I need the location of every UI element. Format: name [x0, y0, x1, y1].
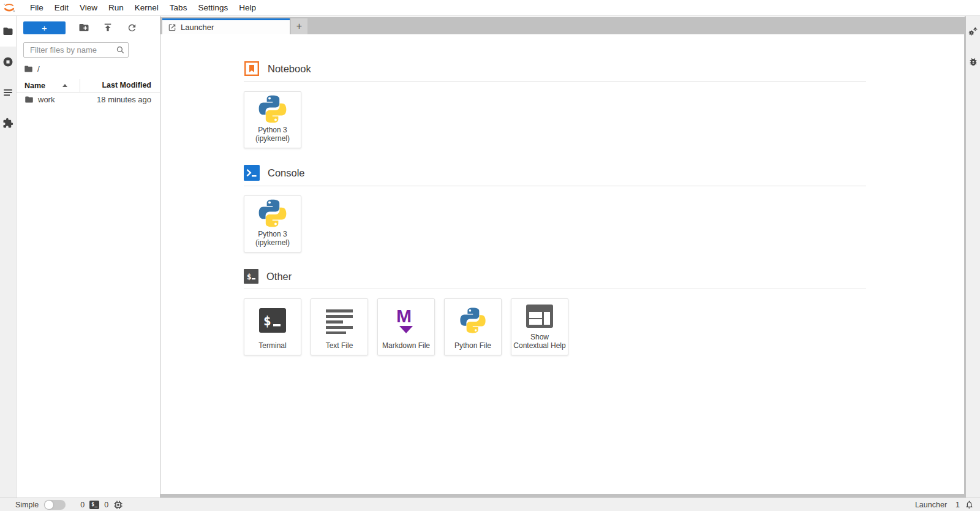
- sidebar-tab-running[interactable]: [0, 47, 16, 77]
- card-label: Terminal: [258, 342, 286, 355]
- upload-icon: [102, 22, 113, 33]
- running-sessions-status[interactable]: 0 $_ 0: [80, 500, 123, 510]
- sidebar-tab-property-inspector[interactable]: [966, 16, 980, 47]
- python-logo-icon: [244, 196, 301, 230]
- file-browser-toolbar: +: [17, 16, 160, 34]
- card-label: Python 3 (ipykernel): [255, 230, 290, 252]
- search-icon: [115, 45, 126, 58]
- extension-puzzle-icon: [2, 118, 13, 129]
- card-label: Python 3 (ipykernel): [255, 126, 290, 148]
- file-name: work: [38, 95, 97, 104]
- sidebar-tab-table-of-contents[interactable]: [0, 77, 16, 108]
- status-bar: Simple 0 $_ 0 Launcher: [0, 498, 980, 511]
- launcher-section-console: Console Python 3 (ipykerne: [244, 165, 866, 252]
- launcher-card-text-file[interactable]: Text File: [311, 298, 368, 355]
- simple-mode-toggle[interactable]: [44, 500, 66, 510]
- svg-text:$: $: [263, 314, 271, 328]
- text-file-icon: [311, 299, 368, 342]
- launcher-tab-icon: [168, 23, 176, 32]
- filter-files-box: [23, 42, 129, 58]
- bell-icon: [965, 500, 974, 509]
- menu-items: File Edit View Run Kernel Tabs Settings …: [24, 0, 262, 15]
- section-divider: [244, 81, 866, 82]
- file-browser-panel: + / Name: [17, 16, 160, 498]
- terminal-section-icon: $: [244, 269, 258, 284]
- column-header-last-modified[interactable]: Last Modified: [80, 79, 160, 92]
- menu-kernel[interactable]: Kernel: [129, 0, 164, 15]
- sidebar-tab-file-browser[interactable]: [0, 16, 16, 47]
- breadcrumb-home-icon[interactable]: [24, 64, 33, 74]
- svg-text:$: $: [247, 272, 252, 281]
- kernels-count: 0: [104, 501, 108, 509]
- sidebar-tab-debugger[interactable]: [966, 47, 980, 77]
- table-of-contents-icon: [2, 87, 13, 98]
- jupyterlab-window: File Edit View Run Kernel Tabs Settings …: [0, 0, 980, 511]
- launcher-card-console-python3[interactable]: Python 3 (ipykernel): [244, 195, 301, 252]
- folder-icon: [24, 95, 34, 104]
- new-launcher-button[interactable]: +: [23, 21, 66, 34]
- launcher-card-markdown-file[interactable]: M Markdown File: [377, 298, 435, 355]
- section-title-notebook: Notebook: [268, 63, 311, 75]
- card-label: Python File: [454, 342, 491, 355]
- card-label: Show Contextual Help: [513, 333, 565, 355]
- launcher-section-notebook: Notebook Python 3 (ipykern: [244, 61, 866, 148]
- notifications-status[interactable]: 1: [956, 500, 974, 509]
- new-tab-button[interactable]: +: [291, 18, 307, 34]
- gears-icon: [968, 26, 978, 37]
- new-folder-icon: [78, 22, 89, 33]
- left-activity-bar: [0, 16, 17, 498]
- menu-tabs[interactable]: Tabs: [164, 0, 193, 15]
- menu-run[interactable]: Run: [103, 0, 129, 15]
- launcher-card-notebook-python3[interactable]: Python 3 (ipykernel): [244, 91, 301, 148]
- tab-launcher[interactable]: Launcher: [162, 18, 290, 34]
- running-sessions-icon: [2, 56, 13, 67]
- menu-help[interactable]: Help: [233, 0, 262, 15]
- launcher-card-show-contextual-help[interactable]: Show Contextual Help: [511, 298, 568, 355]
- file-list-header: Name Last Modified: [17, 79, 160, 93]
- tab-bar: Launcher +: [160, 17, 964, 34]
- menu-view[interactable]: View: [74, 0, 103, 15]
- section-title-other: Other: [266, 271, 292, 282]
- section-title-console: Console: [268, 167, 305, 179]
- menu-file[interactable]: File: [24, 0, 49, 15]
- simple-mode-label: Simple: [15, 501, 39, 509]
- file-row-work[interactable]: work 18 minutes ago: [17, 93, 160, 107]
- card-label: Markdown File: [382, 342, 430, 355]
- terminals-count: 0: [80, 501, 85, 509]
- launcher-card-python-file[interactable]: Python File: [444, 298, 502, 355]
- card-label: Text File: [326, 342, 353, 355]
- kernel-chip-icon: [113, 500, 123, 510]
- right-activity-bar: [966, 16, 980, 498]
- menu-settings[interactable]: Settings: [192, 0, 233, 15]
- refresh-icon: [127, 23, 137, 33]
- upload-button[interactable]: [102, 22, 113, 33]
- menu-edit[interactable]: Edit: [49, 0, 74, 15]
- launcher-body: Notebook Python 3 (ipykern: [160, 34, 964, 355]
- breadcrumb: /: [24, 64, 160, 74]
- console-icon: [244, 165, 260, 181]
- filter-files-input[interactable]: [23, 42, 129, 58]
- refresh-button[interactable]: [126, 22, 137, 33]
- notifications-count: 1: [956, 501, 960, 509]
- launcher-card-terminal[interactable]: $ Terminal: [244, 298, 301, 355]
- main-dock-panel: Launcher + Notebook: [160, 16, 966, 498]
- notebook-icon: [244, 61, 260, 77]
- sidebar-tab-extensions[interactable]: [0, 108, 16, 138]
- breadcrumb-root: /: [37, 64, 40, 74]
- contextual-help-icon: [511, 299, 568, 333]
- folder-icon: [2, 26, 13, 37]
- svg-text:M: M: [396, 306, 412, 326]
- section-divider: [244, 186, 866, 186]
- menu-bar: File Edit View Run Kernel Tabs Settings …: [0, 0, 980, 16]
- python-logo-icon: [244, 92, 301, 126]
- jupyter-logo-icon: [2, 1, 17, 15]
- tab-label: Launcher: [181, 23, 214, 32]
- python-logo-icon: [445, 299, 501, 342]
- file-last-modified: 18 minutes ago: [97, 95, 160, 104]
- launcher-section-other: $ Other $: [244, 269, 866, 355]
- column-header-name[interactable]: Name: [17, 81, 80, 90]
- sort-ascending-icon: [62, 84, 67, 87]
- new-folder-button[interactable]: [78, 22, 89, 33]
- bug-icon: [968, 57, 978, 67]
- terminal-status-icon: $_: [89, 501, 99, 509]
